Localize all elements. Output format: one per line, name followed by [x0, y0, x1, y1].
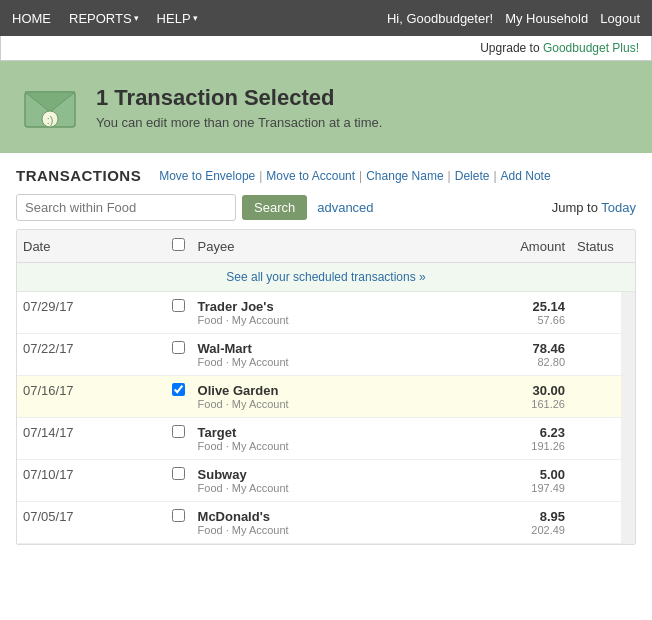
payee-sub: Food · My Account	[198, 482, 431, 494]
scrollbar-filler	[621, 418, 635, 460]
amount-balance: 202.49	[442, 524, 565, 536]
payee-name: McDonald's	[198, 509, 431, 524]
scrollbar-spacer	[621, 230, 635, 263]
table-row: 07/22/17 Wal-Mart Food · My Account 78.4…	[17, 334, 635, 376]
nav-right: Hi, Goodbudgeter! My Household Logout	[387, 11, 640, 26]
amount-balance: 57.66	[442, 314, 565, 326]
help-arrow-icon: ▾	[193, 13, 198, 23]
row-checkbox[interactable]	[172, 467, 185, 480]
row-date: 07/14/17	[17, 418, 166, 460]
scrollbar-filler	[621, 334, 635, 376]
row-date: 07/16/17	[17, 376, 166, 418]
row-check-cell	[166, 460, 192, 502]
row-payee: Trader Joe's Food · My Account	[192, 292, 437, 334]
sep1: |	[259, 169, 262, 183]
row-payee: McDonald's Food · My Account	[192, 502, 437, 544]
row-status	[571, 418, 621, 460]
row-check-cell	[166, 502, 192, 544]
payee-name: Subway	[198, 467, 431, 482]
delete-link[interactable]: Delete	[455, 169, 490, 183]
payee-sub: Food · My Account	[198, 524, 431, 536]
scheduled-banner: See all your scheduled transactions »	[17, 263, 635, 292]
payee-sub: Food · My Account	[198, 440, 431, 452]
row-check-cell	[166, 334, 192, 376]
jump-to: Jump to Today	[552, 200, 636, 215]
amount-balance: 82.80	[442, 356, 565, 368]
select-all-checkbox[interactable]	[172, 238, 185, 251]
top-nav: HOME REPORTS ▾ HELP ▾ Hi, Goodbudgeter! …	[0, 0, 652, 36]
search-input[interactable]	[16, 194, 236, 221]
row-amount: 30.00 161.26	[436, 376, 571, 418]
row-status	[571, 460, 621, 502]
hero-subtitle: You can edit more than one Transaction a…	[96, 115, 382, 130]
amount-balance: 197.49	[442, 482, 565, 494]
nav-reports[interactable]: REPORTS ▾	[69, 11, 139, 26]
row-checkbox[interactable]	[172, 341, 185, 354]
amount-balance: 161.26	[442, 398, 565, 410]
payee-name: Olive Garden	[198, 383, 431, 398]
advanced-link[interactable]: advanced	[317, 200, 373, 215]
transactions-title: TRANSACTIONS	[16, 167, 141, 184]
svg-text::): :)	[47, 114, 54, 126]
row-date: 07/22/17	[17, 334, 166, 376]
logout-link[interactable]: Logout	[600, 11, 640, 26]
change-name-link[interactable]: Change Name	[366, 169, 443, 183]
row-status	[571, 376, 621, 418]
row-date: 07/29/17	[17, 292, 166, 334]
search-row: Search advanced Jump to Today	[16, 194, 636, 221]
payee-sub: Food · My Account	[198, 398, 431, 410]
row-status	[571, 292, 621, 334]
amount-main: 78.46	[532, 341, 565, 356]
nav-left: HOME REPORTS ▾ HELP ▾	[12, 11, 198, 26]
row-status	[571, 502, 621, 544]
scrollbar-filler	[621, 292, 635, 334]
amount-balance: 191.26	[442, 440, 565, 452]
col-check	[166, 230, 192, 263]
scheduled-link[interactable]: See all your scheduled transactions »	[226, 270, 425, 284]
amount-main: 25.14	[532, 299, 565, 314]
table-header-row: Date Payee Amount Status	[17, 230, 635, 263]
row-amount: 25.14 57.66	[436, 292, 571, 334]
amount-main: 5.00	[540, 467, 565, 482]
search-button[interactable]: Search	[242, 195, 307, 220]
move-to-account-link[interactable]: Move to Account	[266, 169, 355, 183]
row-payee: Wal-Mart Food · My Account	[192, 334, 437, 376]
move-to-envelope-link[interactable]: Move to Envelope	[159, 169, 255, 183]
transactions-table-wrapper: Date Payee Amount Status See all your sc…	[16, 229, 636, 545]
add-note-link[interactable]: Add Note	[501, 169, 551, 183]
row-amount: 5.00 197.49	[436, 460, 571, 502]
reports-arrow-icon: ▾	[134, 13, 139, 23]
row-checkbox[interactable]	[172, 383, 185, 396]
envelope-icon: :)	[20, 77, 80, 137]
payee-sub: Food · My Account	[198, 314, 431, 326]
sep4: |	[493, 169, 496, 183]
amount-main: 6.23	[540, 425, 565, 440]
my-household-link[interactable]: My Household	[505, 11, 588, 26]
nav-help[interactable]: HELP ▾	[157, 11, 198, 26]
row-checkbox[interactable]	[172, 425, 185, 438]
hero-text: 1 Transaction Selected You can edit more…	[96, 85, 382, 130]
row-date: 07/05/17	[17, 502, 166, 544]
sep2: |	[359, 169, 362, 183]
payee-name: Target	[198, 425, 431, 440]
sep3: |	[448, 169, 451, 183]
row-check-cell	[166, 376, 192, 418]
table-row: 07/14/17 Target Food · My Account 6.23 1…	[17, 418, 635, 460]
table-row: 07/10/17 Subway Food · My Account 5.00 1…	[17, 460, 635, 502]
row-checkbox[interactable]	[172, 299, 185, 312]
main-content: TRANSACTIONS Move to Envelope | Move to …	[0, 153, 652, 559]
hero-banner: :) 1 Transaction Selected You can edit m…	[0, 61, 652, 153]
upgrade-link[interactable]: Goodbudget Plus!	[543, 41, 639, 55]
nav-home[interactable]: HOME	[12, 11, 51, 26]
transactions-table: Date Payee Amount Status See all your sc…	[17, 230, 635, 544]
greeting: Hi, Goodbudgeter!	[387, 11, 493, 26]
row-payee: Target Food · My Account	[192, 418, 437, 460]
col-amount: Amount	[436, 230, 571, 263]
col-date: Date	[17, 230, 166, 263]
scrollbar-filler	[621, 502, 635, 544]
row-checkbox[interactable]	[172, 509, 185, 522]
jump-to-today-link[interactable]: Today	[601, 200, 636, 215]
row-amount: 6.23 191.26	[436, 418, 571, 460]
row-payee: Subway Food · My Account	[192, 460, 437, 502]
row-payee: Olive Garden Food · My Account	[192, 376, 437, 418]
